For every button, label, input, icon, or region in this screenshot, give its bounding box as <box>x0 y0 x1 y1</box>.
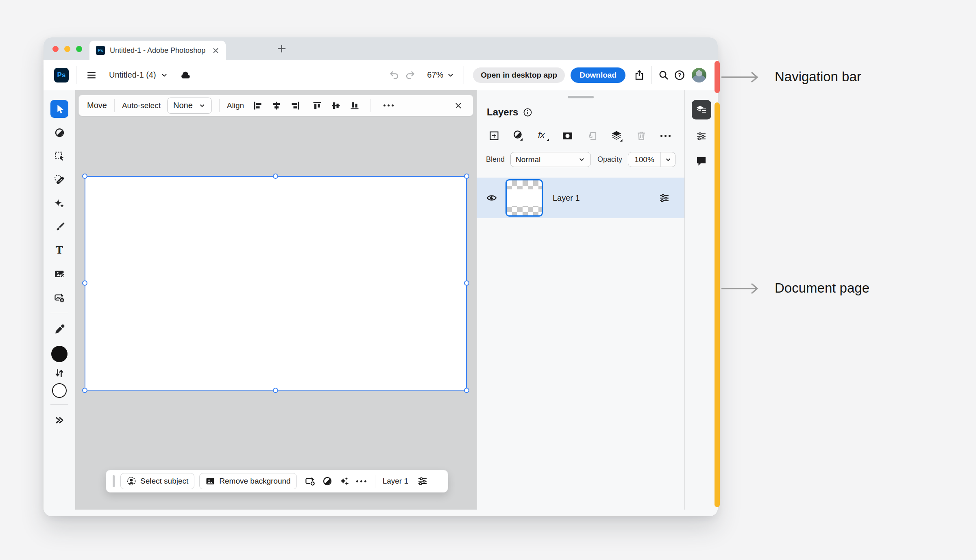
move-tool[interactable] <box>50 100 68 118</box>
select-subject-button[interactable]: Select subject <box>120 473 194 489</box>
add-mask-icon[interactable] <box>560 128 576 144</box>
selection-handle-bottom-right[interactable] <box>464 388 469 393</box>
align-label: Align <box>227 101 244 110</box>
align-right-button[interactable] <box>287 98 303 114</box>
layers-more-icon[interactable] <box>658 128 674 144</box>
tab-title: Untitled-1 - Adobe Photoshop <box>110 46 207 55</box>
document-title[interactable]: Untitled-1 (4) <box>109 70 156 80</box>
layers-panel-title: Layers <box>487 106 518 118</box>
main-menu-button[interactable] <box>84 67 99 83</box>
adjustments-tool[interactable] <box>50 124 68 141</box>
annotation-label-navigation-bar: Navigation bar <box>775 69 861 85</box>
browser-window: Ps Untitled-1 - Adobe Photoshop Ps Untit… <box>44 37 718 516</box>
open-in-desktop-app-button[interactable]: Open in desktop app <box>473 67 565 83</box>
maximize-window-button[interactable] <box>76 46 82 52</box>
layer-effects-icon[interactable]: fx <box>535 128 551 144</box>
delete-layer-icon[interactable] <box>633 128 649 144</box>
taskbar-more-icon[interactable] <box>353 473 370 489</box>
layer-settings-icon[interactable] <box>656 190 672 206</box>
search-icon[interactable] <box>656 67 671 83</box>
download-button[interactable]: Download <box>571 67 625 83</box>
blend-label: Blend <box>486 155 505 164</box>
comments-panel-tab[interactable] <box>693 153 709 169</box>
more-options-icon[interactable] <box>380 98 396 114</box>
layer-row[interactable]: Layer 1 <box>477 178 684 218</box>
new-tab-button[interactable] <box>276 43 287 54</box>
swap-colors-button[interactable] <box>52 367 66 379</box>
photoshop-favicon: Ps <box>96 46 105 55</box>
browser-tab[interactable]: Ps Untitled-1 - Adobe Photoshop <box>89 41 226 60</box>
layer-stack-icon[interactable] <box>608 128 625 144</box>
tab-close-icon[interactable] <box>212 47 219 54</box>
navigation-bar: Ps Untitled-1 (4) 67% Open in desktop ap… <box>44 60 718 90</box>
align-center-vertical-button[interactable] <box>328 98 344 114</box>
layers-panel-tab[interactable] <box>692 100 711 119</box>
background-color-swatch[interactable] <box>52 383 67 398</box>
more-tools-button[interactable] <box>50 411 68 429</box>
add-adjustment-icon[interactable] <box>510 128 527 144</box>
panel-drag-handle[interactable] <box>568 96 594 98</box>
healing-tool[interactable] <box>50 171 68 189</box>
align-center-horizontal-button[interactable] <box>268 98 285 114</box>
browser-chrome: Ps Untitled-1 - Adobe Photoshop <box>44 37 718 60</box>
selection-handle-top-left[interactable] <box>82 174 87 179</box>
taskbar-drag-handle[interactable] <box>113 475 115 487</box>
chevron-down-icon <box>578 156 586 163</box>
adjustments-icon[interactable] <box>319 473 336 489</box>
generative-ai-tool[interactable] <box>50 194 68 212</box>
add-layer-icon[interactable] <box>486 128 502 144</box>
layer-visibility-eye-icon[interactable] <box>486 192 497 204</box>
add-image-tool[interactable] <box>50 289 68 306</box>
info-icon[interactable] <box>523 108 532 117</box>
foreground-color-swatch[interactable] <box>51 346 68 362</box>
align-top-button[interactable] <box>309 98 325 114</box>
contextual-taskbar: Select subject Remove background Layer <box>106 470 448 493</box>
close-window-button[interactable] <box>52 46 59 52</box>
add-image-icon[interactable] <box>302 473 319 489</box>
blend-mode-dropdown[interactable]: Normal <box>510 152 591 167</box>
opacity-input[interactable]: 100% <box>628 152 675 167</box>
selection-handle-top-right[interactable] <box>464 174 469 179</box>
edit-image-tool[interactable] <box>50 265 68 283</box>
type-tool[interactable]: T <box>50 241 68 259</box>
selection-handle-middle-left[interactable] <box>82 280 87 286</box>
selection-handle-middle-right[interactable] <box>464 280 469 286</box>
redo-button[interactable] <box>402 67 418 83</box>
align-bottom-button[interactable] <box>346 98 363 114</box>
tools-sidebar: T <box>44 90 75 510</box>
cloud-sync-icon[interactable] <box>177 68 194 82</box>
selection-handle-bottom-middle[interactable] <box>273 388 278 393</box>
close-options-icon[interactable] <box>452 99 465 112</box>
autoselect-dropdown[interactable]: None <box>167 98 212 114</box>
layer-thumbnail[interactable] <box>505 179 543 217</box>
eyedropper-tool[interactable] <box>50 320 68 338</box>
properties-panel-tab[interactable] <box>693 128 709 144</box>
canvas-area[interactable]: Move Auto-select None Align <box>75 90 477 510</box>
generative-sparkles-icon[interactable] <box>336 473 353 489</box>
selection-handle-bottom-left[interactable] <box>82 388 87 393</box>
zoom-level: 67% <box>427 70 443 80</box>
chevron-down-icon <box>198 102 206 109</box>
clipping-mask-icon[interactable] <box>584 128 600 144</box>
document-page[interactable] <box>85 176 467 391</box>
annotation-arrow <box>721 69 765 85</box>
zoom-control[interactable]: 67% <box>427 70 455 80</box>
svg-text:T: T <box>56 245 63 256</box>
toolbar-divider <box>50 313 68 313</box>
align-left-button[interactable] <box>250 98 266 114</box>
opacity-chevron-icon[interactable] <box>660 152 675 167</box>
layer-name: Layer 1 <box>553 193 580 203</box>
brush-tool[interactable] <box>50 218 68 236</box>
remove-background-button[interactable]: Remove background <box>199 473 296 489</box>
share-icon[interactable] <box>631 67 647 83</box>
help-icon[interactable]: ? <box>671 67 688 83</box>
undo-button[interactable] <box>386 67 402 83</box>
window-bottom-strip <box>44 510 718 516</box>
user-avatar[interactable] <box>692 68 706 82</box>
layer-properties-icon[interactable] <box>414 473 431 489</box>
selection-handle-top-middle[interactable] <box>273 174 278 179</box>
document-title-chevron-icon[interactable] <box>160 71 168 79</box>
select-tool[interactable] <box>50 147 68 165</box>
minimize-window-button[interactable] <box>64 46 70 52</box>
active-tool-label: Move <box>87 101 107 110</box>
